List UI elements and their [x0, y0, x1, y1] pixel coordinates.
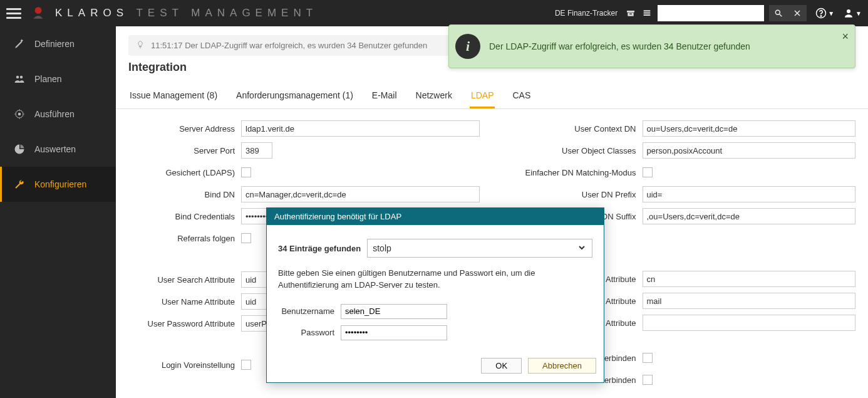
label-user-context: User Context DN: [505, 124, 636, 134]
svg-point-0: [35, 7, 42, 14]
svg-rect-3: [629, 14, 632, 14]
tab-cas[interactable]: CAS: [511, 84, 532, 108]
label-simple-dn: Einfacher DN Matching-Modus: [505, 168, 636, 177]
sidebar-item-auswerten[interactable]: Auswerten: [0, 132, 116, 167]
svg-line-8: [780, 14, 782, 17]
modal-found-label: 34 Einträge gefunden: [278, 244, 361, 253]
checkbox-simple-dn[interactable]: [643, 167, 653, 177]
brand: KLAROS TEST MANAGEMENT: [55, 7, 318, 19]
modal-pw-label: Passwort: [278, 328, 334, 337]
list-icon[interactable]: [641, 8, 653, 19]
sidebar-item-label: Definieren: [34, 39, 75, 49]
clear-search-button[interactable]: [788, 5, 807, 21]
label-user-pw: User Password Attribute: [128, 319, 235, 328]
svg-point-12: [820, 16, 822, 17]
label-secured: Gesichert (LDAPS): [128, 168, 235, 177]
tabs: Issue Management (8) Anforderungsmanagem…: [116, 84, 868, 109]
checkbox-secured[interactable]: [241, 167, 251, 177]
checkbox-login-pref[interactable]: [241, 360, 251, 370]
checkbox-deny2[interactable]: [643, 375, 653, 385]
label-user-name: User Name Attribute: [128, 297, 235, 306]
tab-ldap[interactable]: LDAP: [470, 84, 495, 108]
help-menu[interactable]: ▼: [815, 8, 834, 19]
tab-issue-management[interactable]: Issue Management (8): [128, 84, 219, 108]
chevron-down-icon: [577, 243, 587, 254]
tab-netzwerk[interactable]: Netzwerk: [415, 84, 453, 108]
sidebar-item-label: Auswerten: [34, 144, 76, 154]
input-attr2[interactable]: [643, 293, 856, 309]
label-bind-cred: Bind Credentials: [128, 212, 235, 221]
input-user-suffix[interactable]: [643, 208, 856, 224]
toast-success: i Der LDAP-Zugriff war erfolgreich, es w…: [448, 24, 855, 68]
input-server-port[interactable]: [241, 142, 272, 159]
label-bind-dn: Bind DN: [128, 190, 235, 199]
ldap-auth-modal: Authentifizierung benötigt für LDAP 34 E…: [266, 207, 604, 383]
checkbox-referrals[interactable]: [241, 233, 251, 243]
svg-point-16: [20, 76, 23, 79]
modal-title: Authentifizierung benötigt für LDAP: [267, 208, 604, 225]
search-input[interactable]: [658, 5, 764, 21]
modal-user-input[interactable]: [341, 304, 447, 319]
input-attr1[interactable]: [643, 271, 856, 287]
label-referrals: Referrals folgen: [128, 234, 235, 243]
label-login-pref: Login Voreinstellung: [128, 360, 235, 370]
svg-rect-1: [627, 11, 634, 13]
label-server-port: Server Port: [128, 146, 235, 155]
user-menu[interactable]: ▼: [843, 8, 862, 19]
sidebar-item-ausfuehren[interactable]: Ausführen: [0, 97, 116, 132]
toast-close[interactable]: ×: [842, 30, 849, 43]
tab-email[interactable]: E-Mail: [371, 84, 398, 108]
input-bind-dn[interactable]: [241, 186, 480, 202]
menu-toggle[interactable]: [6, 6, 21, 21]
svg-rect-4: [644, 10, 651, 11]
search-button[interactable]: [769, 5, 788, 21]
label-user-prefix: User DN Prefix: [505, 190, 636, 199]
svg-point-17: [18, 113, 21, 116]
svg-rect-6: [644, 14, 651, 16]
svg-point-7: [776, 10, 780, 14]
label-server-address: Server Address: [128, 124, 235, 134]
svg-rect-5: [644, 13, 651, 14]
input-user-objclass[interactable]: [643, 142, 856, 159]
toast-text: Der LDAP-Zugriff war erfolgreich, es wur…: [489, 41, 750, 51]
svg-point-13: [847, 9, 850, 13]
project-name: DE Finanz-Tracker: [555, 9, 617, 18]
modal-cancel-button[interactable]: Abbrechen: [528, 358, 596, 374]
sidebar-item-planen[interactable]: Planen: [0, 61, 116, 97]
gear-icon: [13, 108, 26, 120]
checkbox-deny1[interactable]: [643, 353, 653, 363]
users-icon: [13, 73, 26, 85]
message-time: 11:51:17: [151, 41, 183, 50]
tab-anforderungsmanagement[interactable]: Anforderungsmanagement (1): [235, 84, 354, 108]
logo-icon: [30, 5, 46, 21]
svg-point-15: [16, 76, 19, 79]
modal-description: Bitte geben Sie einen gültigen Benutzern…: [278, 268, 592, 291]
bulb-icon: [136, 40, 145, 51]
modal-ok-button[interactable]: OK: [481, 358, 522, 374]
sidebar-item-label: Konfigurieren: [34, 179, 86, 189]
input-server-address[interactable]: [241, 120, 480, 137]
modal-user-label: Benutzername: [278, 306, 334, 316]
pencil-icon: [13, 38, 26, 50]
input-attr3[interactable]: [643, 315, 856, 331]
label-user-objclass: User Object Classes: [505, 146, 636, 155]
modal-pw-input[interactable]: [341, 325, 447, 340]
input-user-prefix[interactable]: [643, 186, 856, 202]
wrench-icon: [13, 178, 26, 191]
sidebar-item-label: Ausführen: [34, 109, 75, 119]
input-user-context[interactable]: [643, 120, 856, 137]
modal-selected-value: stolp: [373, 243, 391, 253]
sidebar-item-label: Planen: [34, 74, 62, 84]
svg-rect-14: [21, 39, 23, 42]
message-text: Der LDAP-Zugriff war erfolgreich, es wur…: [185, 41, 427, 50]
sidebar-item-konfigurieren[interactable]: Konfigurieren: [0, 167, 116, 202]
label-user-search: User Search Attribute: [128, 275, 235, 285]
topbar: KLAROS TEST MANAGEMENT DE Finanz-Tracker…: [0, 0, 868, 26]
pie-icon: [13, 143, 26, 155]
modal-user-select[interactable]: stolp: [367, 239, 592, 258]
info-icon: i: [455, 34, 480, 59]
sidebar-item-definieren[interactable]: Definieren: [0, 26, 116, 61]
sidebar: Definieren Planen Ausführen Auswerten Ko…: [0, 26, 116, 398]
archive-icon[interactable]: [625, 8, 636, 19]
